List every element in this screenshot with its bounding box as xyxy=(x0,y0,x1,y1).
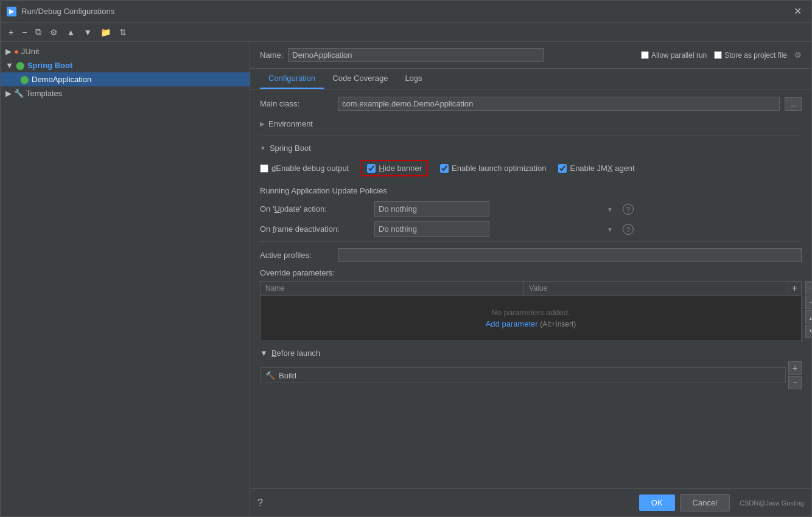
frame-deactivation-select[interactable]: Do nothing Update resources Update class… xyxy=(374,221,489,237)
sidebar-item-junit[interactable]: ▶ ● JUnit xyxy=(1,44,250,58)
spring-boot-section: ▼ Spring Boot dEnable debug output xyxy=(260,141,802,181)
hide-banner-item[interactable]: Hide banner xyxy=(367,164,422,173)
tab-configuration[interactable]: Configuration xyxy=(260,69,324,89)
add-config-button[interactable]: + xyxy=(5,26,16,39)
help-button[interactable]: ? xyxy=(257,498,263,508)
sidebar-label-junit: JUnit xyxy=(21,47,40,56)
store-as-project-checkbox-item[interactable]: Store as project file xyxy=(714,51,787,60)
sidebar-item-spring-boot[interactable]: ▼ ⬤ Spring Boot xyxy=(1,58,250,72)
enable-jmx-checkbox[interactable] xyxy=(558,164,567,173)
settings-button[interactable]: ⚙ xyxy=(47,26,61,39)
enable-jmx-label: Enable JMX agent xyxy=(570,164,634,173)
dialog-title: Run/Debug Configurations xyxy=(21,7,785,16)
browse-button[interactable]: ... xyxy=(785,97,802,111)
spring-boot-header[interactable]: ▼ Spring Boot xyxy=(260,141,802,155)
gear-icon[interactable]: ⚙ xyxy=(794,50,802,60)
frame-deactivation-help-icon[interactable]: ? xyxy=(623,224,634,235)
build-label: Build xyxy=(279,371,296,380)
allow-parallel-checkbox-item[interactable]: Allow parallel run xyxy=(641,51,707,60)
store-as-project-checkbox[interactable] xyxy=(714,51,722,59)
hide-banner-checkbox[interactable] xyxy=(367,164,376,173)
title-bar: ▶ Run/Debug Configurations ✕ xyxy=(1,1,811,23)
frame-deactivation-label: On frame deactivation: xyxy=(260,224,369,234)
hide-banner-box: Hide banner xyxy=(361,160,428,176)
move-up-button[interactable]: ▲ xyxy=(63,26,78,39)
dialog-icon: ▶ xyxy=(7,7,16,16)
right-panel: Name: Allow parallel run Store as projec… xyxy=(250,42,811,516)
config-panel: Main class: ... ▶ Environment ▼ xyxy=(250,89,811,488)
environment-arrow: ▶ xyxy=(260,120,265,127)
sidebar-label-templates: Templates xyxy=(26,89,62,98)
move-down-button[interactable]: ▼ xyxy=(80,26,95,39)
sort-button[interactable]: ⇅ xyxy=(116,26,130,39)
params-body: No parameters added. Add parameter (Alt+… xyxy=(261,296,801,341)
tab-code-coverage[interactable]: Code Coverage xyxy=(324,69,396,89)
hide-banner-label: Hide banner xyxy=(379,164,422,173)
run-debug-dialog: ▶ Run/Debug Configurations ✕ + − ⧉ ⚙ ▲ ▼… xyxy=(0,0,812,517)
cancel-button[interactable]: Cancel xyxy=(680,494,730,512)
params-col-name: Name xyxy=(261,282,524,295)
table-add-btn[interactable]: + xyxy=(805,281,811,294)
before-launch-add-btn[interactable]: + xyxy=(788,361,802,375)
enable-jmx-item[interactable]: Enable JMX agent xyxy=(558,164,634,173)
override-params-title: Override parameters: xyxy=(260,268,802,277)
enable-debug-output-item[interactable]: dEnable debug output xyxy=(260,164,349,173)
params-add-link[interactable]: Add parameter xyxy=(486,319,538,328)
bottom-left: ? xyxy=(257,498,263,508)
table-up-btn[interactable]: ▲ xyxy=(805,310,811,324)
before-launch-side-btns: + − xyxy=(788,361,802,389)
update-action-label: On 'Update' action: xyxy=(260,204,369,213)
ok-button[interactable]: OK xyxy=(639,494,675,511)
sidebar-item-demo-application[interactable]: ⬤ DemoApplication xyxy=(1,72,250,86)
name-input[interactable] xyxy=(288,48,544,62)
params-table-wrapper: Name Value + No parameters added. Add pa… xyxy=(260,281,802,341)
enable-debug-output-checkbox[interactable] xyxy=(260,164,268,173)
active-profiles-label: Active profiles: xyxy=(260,251,333,260)
environment-section: ▶ Environment xyxy=(260,117,802,131)
before-launch-remove-btn[interactable]: − xyxy=(788,376,802,389)
table-down-btn[interactable]: ▼ xyxy=(805,325,811,338)
params-header-actions: + xyxy=(788,282,801,295)
enable-launch-opt-checkbox[interactable] xyxy=(440,164,449,173)
copy-config-button[interactable]: ⧉ xyxy=(32,25,44,39)
params-table-header: Name Value + xyxy=(261,282,801,296)
update-action-help-icon[interactable]: ? xyxy=(623,204,634,215)
before-launch-section: ▼ Before launch 🔨 Build + − xyxy=(260,349,802,389)
tab-logs[interactable]: Logs xyxy=(396,69,430,89)
main-content: ▶ ● JUnit ▼ ⬤ Spring Boot ⬤ DemoApplicat… xyxy=(1,42,811,516)
active-profiles-input[interactable] xyxy=(338,248,802,262)
frame-deactivation-row: On frame deactivation: Do nothing Update… xyxy=(260,221,802,237)
override-params-section: Override parameters: Name Value + xyxy=(260,268,802,341)
bottom-buttons: ? OK Cancel CSDN@Java Gosling xyxy=(250,488,811,516)
toolbar: + − ⧉ ⚙ ▲ ▼ 📁 ⇅ xyxy=(1,23,811,42)
active-profiles-row: Active profiles: xyxy=(260,248,802,262)
params-empty-label: No parameters added. xyxy=(273,308,789,317)
spring-boot-arrow: ▼ xyxy=(5,61,13,70)
spring-boot-section-arrow: ▼ xyxy=(260,145,266,151)
before-launch-row: 🔨 Build + − xyxy=(260,361,802,389)
enable-launch-opt-label: Enable launch optimization xyxy=(452,164,546,173)
before-launch-arrow: ▼ xyxy=(260,349,268,358)
running-policies: Running Application Update Policies On '… xyxy=(260,186,802,237)
close-button[interactable]: ✕ xyxy=(790,4,805,18)
before-launch-header: ▼ Before launch xyxy=(260,349,802,358)
spring-boot-options: dEnable debug output Hide banner xyxy=(260,155,802,181)
main-class-input[interactable] xyxy=(338,97,780,111)
update-action-select[interactable]: Do nothing Update resources Update class… xyxy=(374,201,489,217)
environment-header[interactable]: ▶ Environment xyxy=(260,117,802,131)
name-row: Name: Allow parallel run Store as projec… xyxy=(250,42,811,69)
table-remove-btn[interactable]: − xyxy=(805,296,811,309)
remove-config-button[interactable]: − xyxy=(19,26,30,39)
name-label: Name: xyxy=(260,50,283,60)
enable-launch-opt-item[interactable]: Enable launch optimization xyxy=(440,164,546,173)
junit-icon: ● xyxy=(14,47,19,56)
params-add-button[interactable]: + xyxy=(788,282,801,295)
table-side-buttons: + − ▲ ▼ xyxy=(805,281,811,338)
header-checkboxes: Allow parallel run Store as project file… xyxy=(641,50,802,60)
allow-parallel-checkbox[interactable] xyxy=(641,51,649,59)
junit-arrow: ▶ xyxy=(5,47,12,56)
share-button[interactable]: 📁 xyxy=(97,26,114,39)
sidebar-item-templates[interactable]: ▶ 🔧 Templates xyxy=(1,86,250,100)
frame-deactivation-select-wrapper: Do nothing Update resources Update class… xyxy=(374,221,618,237)
allow-parallel-label: Allow parallel run xyxy=(651,51,707,60)
